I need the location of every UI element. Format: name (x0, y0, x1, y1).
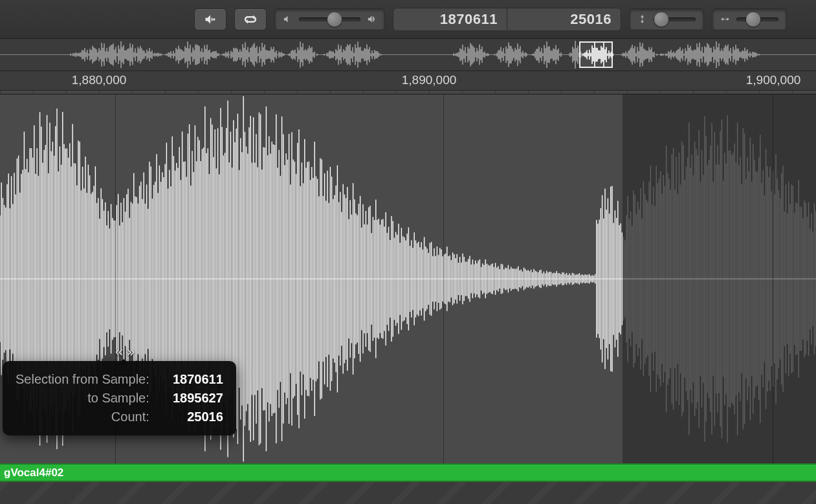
svg-rect-367 (647, 51, 648, 59)
slider-knob[interactable] (654, 12, 668, 27)
svg-rect-162 (281, 52, 282, 57)
svg-rect-30 (106, 48, 107, 61)
svg-rect-357 (634, 46, 635, 63)
svg-rect-148 (263, 47, 264, 62)
svg-rect-178 (305, 49, 306, 60)
svg-rect-265 (499, 50, 500, 59)
svg-rect-309 (559, 54, 560, 56)
svg-rect-315 (572, 47, 573, 62)
preview-volume-slider[interactable] (274, 8, 385, 30)
svg-rect-79 (173, 51, 174, 58)
svg-rect-216 (360, 47, 361, 62)
sample-position-field[interactable]: 1870611 (393, 8, 507, 30)
svg-rect-121 (228, 51, 229, 58)
svg-rect-45 (126, 50, 127, 60)
svg-rect-44 (124, 50, 126, 59)
svg-rect-307 (557, 50, 558, 60)
svg-rect-84 (179, 49, 181, 61)
svg-rect-82 (177, 49, 178, 60)
svg-rect-5 (74, 53, 75, 56)
svg-rect-262 (495, 54, 496, 55)
svg-rect-184 (313, 52, 314, 57)
svg-rect-191 (327, 53, 329, 57)
waveform-overview[interactable] (0, 39, 816, 71)
svg-rect-177 (303, 50, 305, 59)
svg-rect-62 (148, 51, 149, 58)
svg-rect-392 (682, 49, 683, 61)
svg-rect-286 (526, 53, 527, 56)
svg-rect-171 (296, 53, 297, 56)
svg-rect-142 (255, 48, 256, 61)
slider-knob[interactable] (746, 12, 760, 27)
svg-rect-269 (504, 54, 505, 56)
svg-rect-202 (342, 52, 343, 57)
svg-rect-394 (685, 49, 686, 61)
vertical-zoom-slider[interactable] (629, 8, 704, 30)
svg-rect-85 (181, 49, 182, 60)
svg-rect-156 (273, 47, 274, 63)
svg-rect-28 (104, 43, 105, 66)
svg-rect-212 (355, 45, 356, 65)
svg-rect-63 (149, 48, 150, 61)
svg-rect-151 (267, 50, 268, 60)
slider-knob[interactable] (327, 12, 342, 27)
svg-rect-53 (136, 53, 137, 56)
svg-point-0 (213, 18, 215, 20)
svg-rect-81 (175, 48, 177, 61)
svg-rect-219 (364, 49, 365, 61)
waveform-editor[interactable]: « » Selection from Sample: 1870611 to Sa… (0, 94, 816, 463)
svg-rect-258 (485, 54, 487, 56)
svg-rect-193 (330, 51, 331, 59)
svg-rect-250 (475, 52, 476, 57)
svg-rect-130 (239, 49, 241, 60)
svg-rect-360 (638, 51, 639, 58)
svg-rect-241 (463, 50, 465, 59)
svg-rect-253 (479, 45, 480, 65)
overview-viewport-box[interactable] (579, 41, 613, 68)
svg-rect-446 (752, 52, 753, 58)
svg-rect-183 (311, 47, 313, 63)
svg-rect-399 (691, 50, 692, 60)
svg-rect-51 (133, 52, 135, 58)
svg-rect-132 (242, 44, 243, 65)
svg-rect-223 (369, 47, 370, 63)
svg-rect-448 (755, 52, 756, 58)
svg-rect-34 (111, 45, 113, 65)
cycle-button[interactable] (234, 8, 267, 30)
svg-rect-160 (278, 52, 280, 58)
svg-rect-38 (116, 53, 118, 56)
svg-rect-134 (245, 42, 246, 67)
horizontal-zoom-slider[interactable] (712, 8, 787, 30)
svg-rect-271 (507, 49, 508, 60)
svg-rect-83 (178, 46, 179, 64)
sample-ruler[interactable]: 1,880,0001,890,0001,900,000 (0, 71, 816, 91)
ruler-tick: 1,900,000 (746, 73, 801, 87)
speaker-preview-button[interactable] (194, 8, 226, 30)
svg-rect-146 (260, 50, 261, 58)
selection-length-field[interactable]: 25016 (507, 8, 621, 30)
tooltip-from-value: 1870611 (159, 370, 223, 389)
svg-rect-3 (71, 54, 72, 56)
unselected-region (623, 94, 816, 463)
svg-rect-244 (467, 47, 469, 62)
svg-rect-372 (654, 52, 655, 58)
svg-rect-312 (568, 54, 569, 56)
svg-rect-77 (170, 51, 171, 58)
svg-rect-157 (274, 52, 276, 58)
track-region-bar[interactable]: gVocal4#02 (0, 463, 816, 482)
svg-rect-112 (215, 51, 217, 59)
svg-rect-294 (540, 52, 541, 58)
svg-rect-196 (334, 53, 335, 56)
svg-rect-430 (731, 54, 733, 56)
svg-rect-105 (206, 45, 208, 65)
svg-rect-311 (562, 54, 563, 55)
ruler-tick: 1,880,000 (72, 73, 127, 87)
svg-rect-37 (115, 47, 116, 63)
svg-rect-382 (669, 52, 670, 58)
svg-rect-225 (371, 50, 373, 59)
svg-rect-255 (481, 47, 483, 63)
svg-rect-129 (238, 52, 239, 58)
svg-rect-267 (502, 52, 503, 58)
svg-rect-60 (145, 53, 146, 56)
svg-rect-385 (673, 52, 674, 58)
